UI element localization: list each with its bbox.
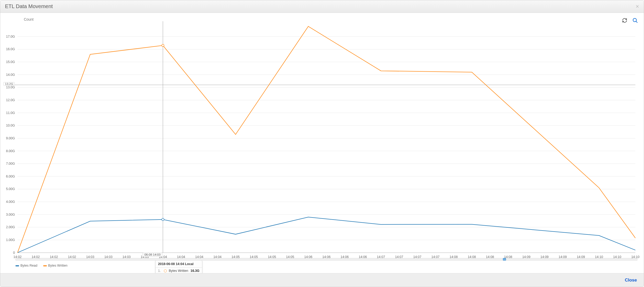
svg-text:5.00G: 5.00G xyxy=(6,187,15,191)
svg-text:17.0G: 17.0G xyxy=(6,35,15,38)
svg-text:4.00G: 4.00G xyxy=(6,200,15,204)
line-chart[interactable]: 01.00G2.00G3.00G4.00G5.00G6.00G7.00G8.00… xyxy=(2,16,642,268)
svg-text:3.00G: 3.00G xyxy=(6,213,15,216)
range-thumb[interactable] xyxy=(503,258,506,261)
svg-text:1.00G: 1.00G xyxy=(6,238,15,242)
time-range-slider[interactable] xyxy=(15,258,637,261)
svg-text:0: 0 xyxy=(13,251,15,255)
modal-header: ETL Data Movement × xyxy=(0,0,644,13)
cursor-time-badge: 06-08 14:03 xyxy=(143,252,162,257)
svg-text:12.0G: 12.0G xyxy=(6,98,15,102)
modal-dialog: ETL Data Movement × 01.00G2.00G3.00G4.00… xyxy=(0,0,644,287)
close-button[interactable]: Close xyxy=(625,278,637,283)
svg-text:2.00G: 2.00G xyxy=(6,225,15,229)
series-ring-icon xyxy=(164,269,167,272)
svg-text:6.00G: 6.00G xyxy=(6,175,15,178)
modal-footer: Close xyxy=(0,273,644,287)
modal-title: ETL Data Movement xyxy=(5,3,636,9)
svg-point-77 xyxy=(162,218,164,221)
svg-text:9.00G: 9.00G xyxy=(6,136,15,140)
svg-text:16.0G: 16.0G xyxy=(6,47,15,51)
chart-legend: Bytes Read Bytes Written xyxy=(15,264,68,267)
legend-item-read[interactable]: Bytes Read xyxy=(15,264,37,267)
legend-item-written[interactable]: Bytes Written xyxy=(43,264,68,267)
svg-text:11.0G: 11.0G xyxy=(6,111,15,115)
svg-text:7.00G: 7.00G xyxy=(6,162,15,165)
svg-text:8.00G: 8.00G xyxy=(6,149,15,153)
tooltip-header: 2018-06-08 14:04 Local xyxy=(156,261,202,268)
svg-text:13.0G: 13.0G xyxy=(6,85,15,89)
svg-text:10.0G: 10.0G xyxy=(6,124,15,127)
chart-area[interactable]: 01.00G2.00G3.00G4.00G5.00G6.00G7.00G8.00… xyxy=(2,16,642,268)
close-icon[interactable]: × xyxy=(636,3,639,10)
svg-point-78 xyxy=(162,44,164,47)
svg-text:Count: Count xyxy=(24,17,34,21)
svg-text:14.0G: 14.0G xyxy=(6,73,15,77)
svg-text:15.0G: 15.0G xyxy=(6,60,15,64)
guide-value-badge: 13.2G xyxy=(3,82,15,86)
